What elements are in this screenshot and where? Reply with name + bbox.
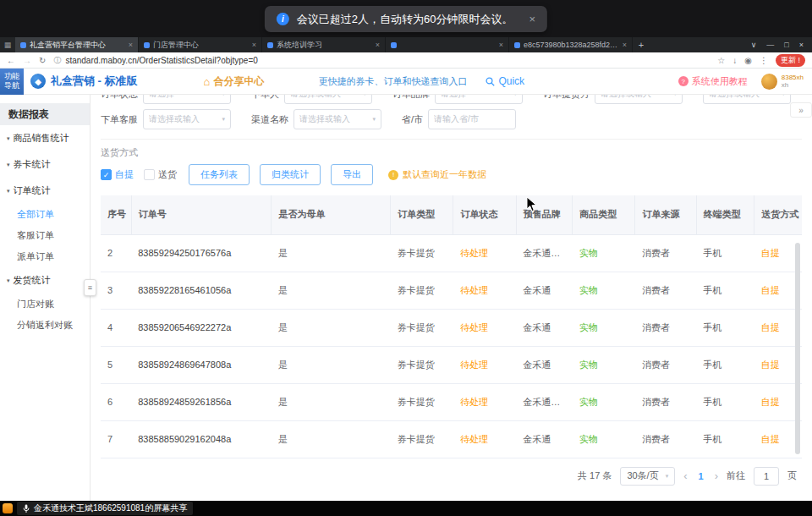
sidebar-item-券卡统计[interactable]: ▾券卡统计	[0, 151, 90, 178]
table-cell: 消费者	[635, 383, 696, 420]
tab-close-icon[interactable]: ×	[499, 41, 503, 49]
browser-tab[interactable]: 门店管理中心×	[139, 37, 262, 52]
browser-update-badge[interactable]: 更新 !	[776, 54, 805, 67]
sidebar-item-客服订单[interactable]: 客服订单	[0, 225, 90, 246]
sidebar-item-发货统计[interactable]: ▾发货统计	[0, 267, 90, 294]
table-cell: 是	[272, 383, 391, 420]
checkbox-label: 送货	[158, 168, 177, 181]
tabsearch-icon[interactable]: ∨	[751, 41, 757, 49]
bookmark-star-icon[interactable]: ☆	[717, 56, 725, 65]
tab-close-icon[interactable]: ×	[376, 41, 380, 49]
menu-dots-icon[interactable]: ⋮	[760, 56, 768, 65]
sidebar-item-label: 分销返利对账	[17, 319, 73, 332]
filter-field: 订单品牌请选择▾	[392, 95, 523, 104]
browser-tab[interactable]: 礼盒营销平台管理中心×	[15, 37, 139, 52]
column-header: 订单状态	[453, 195, 516, 234]
delivery-checkbox-送货[interactable]: 送货	[144, 168, 177, 181]
current-page[interactable]: 1	[696, 471, 706, 481]
browser-tabstrip: ▦ 礼盒营销平台管理中心×门店管理中心×系统培训学习××e8c573980b13…	[0, 37, 812, 52]
download-icon[interactable]: ↓	[732, 56, 737, 65]
filter-select[interactable]: 请选择▾	[143, 95, 231, 104]
table-row: 383859228165461056a是券卡提货待处理金禾通实物消费者手机自提	[101, 272, 802, 309]
sidebar-item-全部订单[interactable]: 全部订单	[0, 204, 90, 225]
maximize-icon[interactable]: □	[784, 41, 788, 49]
filter-select[interactable]: 请选择▾	[435, 95, 523, 104]
user-menu[interactable]: 8385xh xh	[761, 74, 804, 90]
back-icon[interactable]: ←	[7, 56, 15, 65]
filter-input[interactable]: 请输入省/市	[428, 109, 516, 129]
chevron-down-icon: ▾	[222, 116, 225, 123]
filter-field: 订单状态请选择▾	[101, 95, 231, 104]
quick-label: Quick	[498, 75, 524, 87]
filter-select[interactable]: 请选择或输入▾	[595, 95, 683, 104]
filter-select[interactable]: 请选择或输入▾	[284, 95, 372, 104]
vertical-scrollbar[interactable]	[795, 243, 800, 454]
tab-close-icon[interactable]: ×	[129, 41, 133, 49]
new-tab-button[interactable]: +	[633, 37, 650, 52]
table-body: 283859294250176576a是券卡提货待处理金禾通自提实物消费者手机自…	[101, 234, 802, 458]
table-cell: 83859294250176576a	[131, 234, 272, 272]
tutorial-label: 系统使用教程	[692, 75, 748, 88]
url-bar[interactable]: ⓘ standard.maboy.cn/OrderStatisticsDetai…	[53, 55, 710, 66]
close-icon[interactable]: ×	[529, 13, 536, 25]
browser-menu-icon[interactable]: ▦	[0, 37, 15, 52]
sidebar-item-分销返利对账[interactable]: 分销返利对账	[0, 315, 90, 336]
prev-page-button[interactable]: ‹	[683, 469, 687, 482]
tutorial-link[interactable]: ? 系统使用教程	[678, 75, 748, 88]
avatar	[761, 74, 777, 90]
action-button-任务列表[interactable]: 任务列表	[189, 164, 250, 185]
browser-tab[interactable]: ×	[386, 37, 509, 52]
sidebar-item-label: 券卡统计	[14, 158, 51, 171]
profile-icon[interactable]: ◉	[744, 56, 752, 65]
function-nav-toggle[interactable]: 功能 导航	[0, 69, 24, 95]
next-page-button[interactable]: ›	[715, 469, 718, 482]
table-cell: 消费者	[635, 234, 696, 272]
sidebar-item-订单统计[interactable]: ▾订单统计	[0, 178, 90, 204]
quick-search-link[interactable]: Quick	[486, 75, 524, 87]
tab-close-icon[interactable]: ×	[252, 41, 256, 49]
filter-placeholder: 请选择或输入	[299, 113, 350, 125]
minimize-icon[interactable]: —	[766, 41, 774, 49]
sidebar-item-商品销售统计[interactable]: ▾商品销售统计	[0, 125, 90, 151]
table-cell: 83858859029162048a	[131, 420, 272, 458]
sidebar-item-派单订单[interactable]: 派单订单	[0, 246, 90, 267]
orders-table: 序号订单号是否为母单订单类型订单状态预售品牌商品类型订单来源终端类型送货方式 2…	[101, 195, 802, 458]
tab-favicon	[391, 42, 397, 48]
close-window-icon[interactable]: ×	[799, 41, 804, 49]
refresh-icon[interactable]: ↻	[39, 56, 46, 65]
table-cell: 实物	[573, 420, 635, 458]
table-cell: 是	[272, 272, 391, 309]
total-count: 共 17 条	[578, 469, 612, 482]
table-cell: 券卡提货	[391, 420, 453, 458]
delivery-checkbox-自提[interactable]: ✓自提	[101, 168, 134, 181]
screen: i 会议已超过2人，自动转为60分钟限时会议。 × ▦ 礼盒营销平台管理中心×门…	[0, 0, 812, 516]
tab-label: 礼盒营销平台管理中心	[30, 40, 125, 51]
table-cell: 7	[101, 420, 131, 458]
sidebar-collapse-handle[interactable]: ≡	[84, 279, 96, 296]
filter-select[interactable]: 请选择或输入▾	[294, 109, 381, 129]
filter-label: 下单客服	[101, 113, 138, 126]
filter-select[interactable]: 请选择或输入▾	[703, 95, 791, 104]
table-cell: 券卡提货	[391, 272, 453, 309]
meeting-app-icon[interactable]	[3, 503, 13, 513]
action-button-归类统计[interactable]: 归类统计	[260, 164, 321, 185]
browser-tab[interactable]: 系统培训学习×	[262, 37, 386, 52]
column-header: 订单来源	[635, 195, 696, 234]
toast-text: 会议已超过2人，自动转为60分钟限时会议。	[297, 12, 513, 27]
goto-page-input[interactable]	[754, 467, 779, 486]
filter-collapse-button[interactable]: »	[790, 102, 812, 118]
column-header: 商品类型	[573, 195, 635, 234]
browser-tab[interactable]: e8c573980b1328a258fd2e6l×	[509, 37, 633, 52]
filter-row-1: 订单状态请选择▾下单人请选择或输入▾订单品牌请选择▾订单提货方请选择或输入▾请选…	[101, 95, 802, 107]
tab-close-icon[interactable]: ×	[623, 41, 627, 49]
screen-share-bar: 金禾通技术王斌18662591081的屏幕共享	[0, 501, 812, 516]
action-button-导出[interactable]: 导出	[331, 164, 373, 185]
table-header-row: 序号订单号是否为母单订单类型订单状态预售品牌商品类型订单来源终端类型送货方式	[101, 195, 802, 234]
sidebar-section-title: 数据报表	[0, 103, 90, 125]
sidebar-item-门店对账[interactable]: 门店对账	[0, 294, 90, 315]
page-size-select[interactable]: 30条/页 ▾	[620, 467, 675, 486]
site-info-icon[interactable]: ⓘ	[53, 55, 61, 66]
share-center-link[interactable]: ⌂ 合分享中心	[204, 74, 265, 89]
filter-select[interactable]: 请选择或输入▾	[143, 109, 231, 129]
forward-icon[interactable]: →	[23, 56, 31, 65]
